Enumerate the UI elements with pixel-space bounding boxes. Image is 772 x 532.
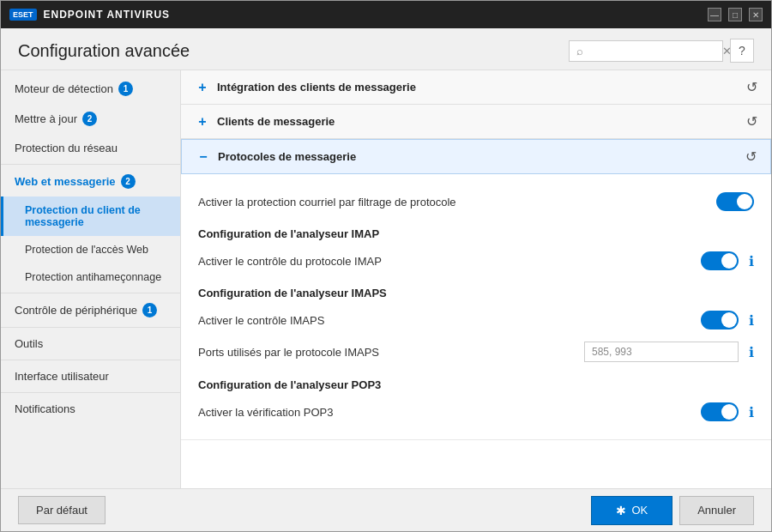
setting-row-imaps-toggle: Activer le contrôle IMAPS ℹ — [198, 305, 754, 336]
reset-icon[interactable]: ↺ — [746, 113, 757, 130]
footer-right: ✱ OK Annuler — [591, 496, 754, 525]
footer: Par défaut ✱ OK Annuler — [1, 488, 771, 531]
subsection-imaps-title: Configuration de l'analyseur IMAPS — [198, 276, 754, 305]
sidebar-item-web-messagerie[interactable]: Web et messagerie 2 — [1, 166, 180, 196]
section-title: Clients de messagerie — [217, 115, 746, 128]
main-area: Moteur de détection 1 Mettre à jour 2 Pr… — [1, 70, 771, 488]
sidebar-label: Contrôle de périphérique — [15, 304, 137, 317]
protocoles-content: Activer la protection courriel par filtr… — [181, 174, 771, 440]
cancel-button[interactable]: Annuler — [679, 496, 754, 525]
header: Configuration avancée ⌕ ✕ ? — [1, 28, 771, 70]
reset-icon[interactable]: ↺ — [746, 79, 757, 95]
sidebar-label: Web et messagerie — [15, 175, 116, 188]
sidebar-label: Protection du réseau — [15, 142, 118, 154]
sidebar-item-outils[interactable]: Outils — [1, 329, 180, 358]
reset-icon[interactable]: ↺ — [745, 148, 757, 165]
sidebar-item-protection-reseau[interactable]: Protection du réseau — [1, 134, 180, 162]
setting-label: Activer le contrôle du protocole IMAP — [198, 255, 701, 268]
sidebar-label: Mettre à jour — [15, 112, 77, 125]
ok-button[interactable]: ✱ OK — [591, 496, 672, 525]
setting-label: Ports utilisés par le protocole IMAPS — [198, 346, 584, 359]
sidebar-item-protection-acces-web[interactable]: Protection de l'accès Web — [1, 236, 180, 263]
info-icon-pop3[interactable]: ℹ — [749, 404, 754, 420]
sidebar-badge: 1 — [118, 82, 133, 96]
sidebar-item-protection-antihameconnage[interactable]: Protection antihameçonnage — [1, 263, 180, 291]
window-controls: — □ ✕ — [708, 8, 763, 21]
subsection-pop3-title: Configuration de l'analyseur POP3 — [198, 368, 754, 396]
title-bar: ESET ENDPOINT ANTIVIRUS — □ ✕ — [1, 1, 771, 28]
section-protocoles[interactable]: − Protocoles de messagerie ↺ — [181, 139, 771, 174]
info-icon-imap[interactable]: ℹ — [749, 253, 754, 269]
setting-row-imaps-ports: Ports utilisés par le protocole IMAPS ℹ — [198, 336, 754, 368]
search-input[interactable] — [588, 45, 717, 57]
sidebar-divider — [1, 392, 180, 393]
window-title: ENDPOINT ANTIVIRUS — [44, 9, 708, 21]
close-button[interactable]: ✕ — [749, 8, 763, 21]
sidebar-label: Interface utilisateur — [15, 370, 109, 383]
sidebar-badge: 2 — [82, 112, 97, 126]
ok-label: OK — [631, 504, 648, 517]
setting-label: Activer la protection courriel par filtr… — [198, 196, 716, 209]
sidebar-item-mettre-a-jour[interactable]: Mettre à jour 2 — [1, 104, 180, 134]
content-area: Configuration avancée ⌕ ✕ ? Moteur de dé… — [1, 28, 771, 531]
right-panel: + Intégration des clients de messagerie … — [181, 70, 771, 488]
maximize-button[interactable]: □ — [728, 8, 742, 21]
sidebar-label: Outils — [15, 337, 43, 350]
expand-icon: + — [195, 80, 210, 95]
sidebar-divider — [1, 164, 180, 165]
sidebar-item-moteur-detection[interactable]: Moteur de détection 1 — [1, 74, 180, 104]
ok-shield-icon: ✱ — [616, 504, 626, 517]
header-actions: ⌕ ✕ ? — [569, 39, 754, 63]
setting-row-pop3: Activer la vérification POP3 ℹ — [198, 396, 754, 427]
info-icon-imaps-ports[interactable]: ℹ — [749, 344, 754, 360]
search-icon: ⌕ — [576, 45, 583, 57]
setting-row-imap: Activer le contrôle du protocole IMAP ℹ — [198, 245, 754, 276]
info-icon-imaps[interactable]: ℹ — [749, 312, 754, 329]
minimize-button[interactable]: — — [708, 8, 721, 21]
search-container: ⌕ ✕ — [569, 40, 723, 62]
section-integration[interactable]: + Intégration des clients de messagerie … — [181, 70, 771, 105]
imaps-ports-input[interactable] — [584, 342, 739, 362]
par-defaut-button[interactable]: Par défaut — [18, 496, 106, 524]
setting-label: Activer le contrôle IMAPS — [198, 314, 701, 327]
sidebar-item-interface-utilisateur[interactable]: Interface utilisateur — [1, 362, 180, 390]
sidebar-item-protection-client[interactable]: Protection du client de messagerie — [1, 196, 180, 236]
sidebar-label: Protection de l'accès Web — [25, 244, 148, 256]
help-button[interactable]: ? — [730, 39, 754, 63]
expand-icon: + — [195, 114, 210, 130]
eset-logo: ESET — [9, 9, 37, 21]
sidebar-label: Moteur de détection — [15, 82, 113, 95]
toggle-pop3[interactable] — [701, 402, 739, 421]
sidebar-item-notifications[interactable]: Notifications — [1, 395, 180, 423]
sidebar-badge: 2 — [121, 174, 136, 189]
page-title: Configuration avancée — [18, 41, 190, 61]
toggle-general[interactable] — [716, 192, 754, 211]
toggle-imaps[interactable] — [701, 311, 739, 329]
sidebar-label: Notifications — [15, 402, 75, 415]
section-title: Intégration des clients de messagerie — [217, 81, 746, 94]
sidebar-badge: 1 — [142, 303, 157, 317]
setting-label: Activer la vérification POP3 — [198, 406, 701, 419]
sidebar-divider — [1, 293, 180, 293]
toggle-imap[interactable] — [701, 251, 739, 270]
sidebar-label: Protection antihameçonnage — [25, 271, 161, 283]
sidebar: Moteur de détection 1 Mettre à jour 2 Pr… — [1, 70, 181, 488]
sidebar-label: Protection du client de messagerie — [25, 204, 168, 228]
sidebar-item-controle-peripherique[interactable]: Contrôle de périphérique 1 — [1, 295, 180, 325]
section-clients-messagerie[interactable]: + Clients de messagerie ↺ — [181, 105, 771, 139]
collapse-icon: − — [196, 149, 211, 165]
sidebar-divider — [1, 327, 180, 328]
section-title: Protocoles de messagerie — [218, 150, 745, 163]
main-window: ESET ENDPOINT ANTIVIRUS — □ ✕ Configurat… — [0, 0, 772, 532]
subsection-imap-title: Configuration de l'analyseur IMAP — [198, 217, 754, 245]
setting-row-general: Activer la protection courriel par filtr… — [198, 186, 754, 217]
sidebar-divider — [1, 360, 180, 360]
footer-left: Par défaut — [18, 496, 106, 524]
